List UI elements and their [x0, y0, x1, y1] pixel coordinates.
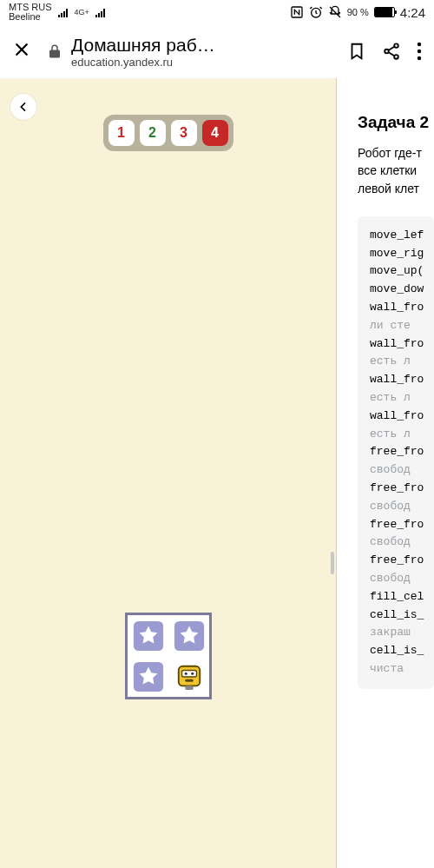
board-cell-target — [128, 656, 168, 697]
level-selector: 1 2 3 4 — [103, 115, 233, 151]
main-area: 1 2 3 4 — [0, 78, 434, 868]
mute-icon — [328, 5, 342, 19]
scrollbar-thumb[interactable] — [331, 552, 334, 574]
code-line: wall_fro — [370, 371, 434, 389]
code-comment-line: есть л — [370, 426, 434, 444]
code-line: move_rig — [370, 245, 434, 263]
svg-point-13 — [184, 672, 187, 674]
clock: 4:24 — [400, 5, 425, 20]
code-comment-line: свобод — [370, 570, 434, 588]
svg-rect-15 — [185, 679, 193, 681]
lock-icon — [47, 43, 62, 59]
svg-rect-16 — [185, 686, 193, 690]
level-pill-2[interactable]: 2 — [140, 120, 166, 146]
code-line: free_fro — [370, 516, 434, 534]
code-comment-line: есть л — [370, 353, 434, 371]
svg-point-14 — [191, 672, 194, 674]
svg-rect-12 — [181, 670, 196, 677]
robot-icon — [175, 661, 203, 692]
close-icon[interactable] — [12, 40, 31, 63]
code-comment-line: свобод — [370, 498, 434, 516]
browser-toolbar: Домашняя рабо… education.yandex.ru — [0, 24, 434, 78]
code-reference: move_lefmove_rigmove_up(move_dowwall_fro… — [358, 216, 434, 689]
task-panel: Задача 2 Робот где-т все клетки левой кл… — [337, 78, 434, 868]
code-comment-line: свобод — [370, 461, 434, 480]
alarm-icon — [309, 5, 323, 19]
code-line: free_fro — [370, 443, 434, 461]
code-line: move_lef — [370, 227, 434, 245]
code-line: free_fro — [370, 480, 434, 498]
battery-icon — [374, 7, 395, 17]
code-line: wall_fro — [370, 335, 434, 354]
overflow-menu-icon[interactable] — [417, 42, 422, 61]
code-line: move_dow — [370, 281, 434, 299]
share-icon[interactable] — [382, 42, 401, 61]
game-panel: 1 2 3 4 — [0, 78, 337, 868]
level-pill-3[interactable]: 3 — [171, 120, 197, 146]
board-cell-robot — [168, 656, 209, 697]
page-title: Домашняя рабо… — [71, 35, 223, 56]
code-line: free_fro — [370, 552, 434, 570]
android-status-bar: MTS RUS Beeline 4G+ 90 % 4:24 — [0, 0, 434, 24]
task-heading: Задача 2 — [358, 113, 434, 132]
carrier-2: Beeline — [9, 12, 52, 22]
svg-point-7 — [418, 56, 421, 60]
code-line: wall_fro — [370, 299, 434, 317]
level-pill-1[interactable]: 1 — [108, 120, 135, 146]
nfc-icon — [290, 5, 304, 19]
code-line: fill_cel — [370, 588, 434, 606]
code-line: wall_fro — [370, 407, 434, 426]
battery-percent: 90 % — [347, 7, 369, 17]
level-pill-4[interactable]: 4 — [202, 120, 228, 146]
signal-icon — [57, 7, 69, 17]
code-line: cell_is_ — [370, 606, 434, 625]
network-type-badge: 4G+ — [75, 8, 89, 17]
code-comment-line: закраш — [370, 624, 434, 642]
carrier-names: MTS RUS Beeline — [9, 3, 52, 22]
code-comment-line: ли сте — [370, 317, 434, 335]
board-cell-target — [168, 615, 209, 656]
code-comment-line: есть л — [370, 389, 434, 407]
task-description: Робот где-т все клетки левой клет — [358, 144, 434, 197]
code-line: cell_is_ — [370, 642, 434, 660]
back-button[interactable] — [10, 94, 36, 120]
bookmark-icon[interactable] — [347, 42, 366, 61]
board-cell-target — [128, 615, 168, 656]
svg-point-6 — [418, 50, 421, 53]
code-line: move_up( — [370, 262, 434, 281]
code-comment-line: чиста — [370, 660, 434, 679]
signal-icon — [95, 7, 107, 17]
robot-board — [125, 613, 212, 699]
svg-point-5 — [418, 43, 421, 46]
page-host: education.yandex.ru — [71, 56, 223, 69]
code-comment-line: свобод — [370, 533, 434, 552]
